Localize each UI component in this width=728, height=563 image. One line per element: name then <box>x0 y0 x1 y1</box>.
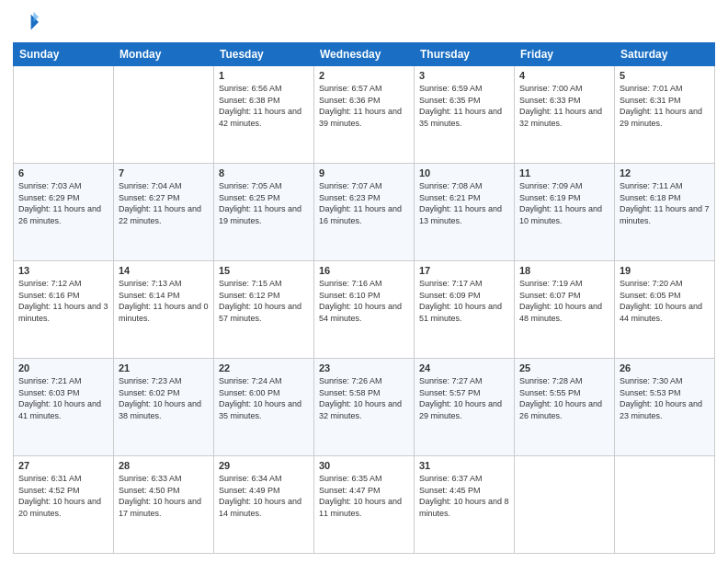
day-cell: 30Sunrise: 6:35 AMSunset: 4:47 PMDayligh… <box>314 456 415 554</box>
day-cell: 17Sunrise: 7:17 AMSunset: 6:09 PMDayligh… <box>415 261 515 359</box>
day-info: Sunrise: 7:24 AMSunset: 6:00 PMDaylight:… <box>219 375 309 421</box>
day-cell: 18Sunrise: 7:19 AMSunset: 6:07 PMDayligh… <box>515 261 615 359</box>
weekday-header-sunday: Sunday <box>14 43 114 66</box>
day-cell: 1Sunrise: 6:56 AMSunset: 6:38 PMDaylight… <box>214 66 314 164</box>
day-cell: 24Sunrise: 7:27 AMSunset: 5:57 PMDayligh… <box>415 359 515 456</box>
weekday-header-tuesday: Tuesday <box>214 43 314 66</box>
day-cell: 29Sunrise: 6:34 AMSunset: 4:49 PMDayligh… <box>214 456 314 554</box>
week-row-2: 6Sunrise: 7:03 AMSunset: 6:29 PMDaylight… <box>14 164 715 261</box>
day-number: 5 <box>620 70 710 81</box>
day-number: 22 <box>219 362 309 373</box>
day-cell: 10Sunrise: 7:08 AMSunset: 6:21 PMDayligh… <box>415 164 515 261</box>
day-cell: 25Sunrise: 7:28 AMSunset: 5:55 PMDayligh… <box>515 359 615 456</box>
day-info: Sunrise: 6:59 AMSunset: 6:35 PMDaylight:… <box>419 83 509 129</box>
day-number: 25 <box>519 362 609 373</box>
day-cell: 22Sunrise: 7:24 AMSunset: 6:00 PMDayligh… <box>214 359 314 456</box>
day-cell: 13Sunrise: 7:12 AMSunset: 6:16 PMDayligh… <box>14 261 114 359</box>
day-info: Sunrise: 6:31 AMSunset: 4:52 PMDaylight:… <box>18 473 108 519</box>
day-cell <box>615 456 715 554</box>
day-info: Sunrise: 7:23 AMSunset: 6:02 PMDaylight:… <box>119 375 209 421</box>
day-number: 28 <box>119 460 209 471</box>
weekday-header-thursday: Thursday <box>415 43 515 66</box>
day-number: 20 <box>18 362 108 373</box>
day-number: 9 <box>319 167 409 178</box>
day-cell: 23Sunrise: 7:26 AMSunset: 5:58 PMDayligh… <box>314 359 415 456</box>
week-row-4: 20Sunrise: 7:21 AMSunset: 6:03 PMDayligh… <box>14 359 715 456</box>
day-info: Sunrise: 6:56 AMSunset: 6:38 PMDaylight:… <box>219 83 309 129</box>
day-number: 1 <box>219 70 309 81</box>
day-cell: 4Sunrise: 7:00 AMSunset: 6:33 PMDaylight… <box>515 66 615 164</box>
day-info: Sunrise: 7:27 AMSunset: 5:57 PMDaylight:… <box>419 375 509 421</box>
day-cell: 2Sunrise: 6:57 AMSunset: 6:36 PMDaylight… <box>314 66 415 164</box>
day-number: 15 <box>219 265 309 276</box>
day-number: 16 <box>319 265 409 276</box>
day-number: 23 <box>319 362 409 373</box>
day-info: Sunrise: 6:33 AMSunset: 4:50 PMDaylight:… <box>119 473 209 519</box>
page: SundayMondayTuesdayWednesdayThursdayFrid… <box>0 0 728 563</box>
day-info: Sunrise: 7:05 AMSunset: 6:25 PMDaylight:… <box>219 180 309 226</box>
day-number: 18 <box>519 265 609 276</box>
day-info: Sunrise: 7:07 AMSunset: 6:23 PMDaylight:… <box>319 180 409 226</box>
day-number: 17 <box>419 265 509 276</box>
day-cell <box>14 66 114 164</box>
day-cell: 28Sunrise: 6:33 AMSunset: 4:50 PMDayligh… <box>114 456 214 554</box>
day-cell: 6Sunrise: 7:03 AMSunset: 6:29 PMDaylight… <box>14 164 114 261</box>
day-number: 6 <box>18 167 108 178</box>
day-number: 30 <box>319 460 409 471</box>
day-info: Sunrise: 7:15 AMSunset: 6:12 PMDaylight:… <box>219 278 309 324</box>
day-number: 10 <box>419 167 509 178</box>
day-info: Sunrise: 7:04 AMSunset: 6:27 PMDaylight:… <box>119 180 209 226</box>
header <box>13 9 715 35</box>
day-cell: 15Sunrise: 7:15 AMSunset: 6:12 PMDayligh… <box>214 261 314 359</box>
day-info: Sunrise: 7:12 AMSunset: 6:16 PMDaylight:… <box>18 278 108 324</box>
day-info: Sunrise: 7:26 AMSunset: 5:58 PMDaylight:… <box>319 375 409 421</box>
day-info: Sunrise: 7:08 AMSunset: 6:21 PMDaylight:… <box>419 180 509 226</box>
weekday-header-friday: Friday <box>515 43 615 66</box>
day-info: Sunrise: 6:37 AMSunset: 4:45 PMDaylight:… <box>419 473 509 519</box>
day-number: 3 <box>419 70 509 81</box>
day-number: 29 <box>219 460 309 471</box>
day-info: Sunrise: 7:11 AMSunset: 6:18 PMDaylight:… <box>620 180 710 226</box>
logo <box>13 9 42 35</box>
day-cell: 8Sunrise: 7:05 AMSunset: 6:25 PMDaylight… <box>214 164 314 261</box>
day-number: 8 <box>219 167 309 178</box>
day-cell: 7Sunrise: 7:04 AMSunset: 6:27 PMDaylight… <box>114 164 214 261</box>
day-info: Sunrise: 7:13 AMSunset: 6:14 PMDaylight:… <box>119 278 209 324</box>
day-cell: 19Sunrise: 7:20 AMSunset: 6:05 PMDayligh… <box>615 261 715 359</box>
day-info: Sunrise: 7:30 AMSunset: 5:53 PMDaylight:… <box>620 375 710 421</box>
day-number: 4 <box>519 70 609 81</box>
week-row-1: 1Sunrise: 6:56 AMSunset: 6:38 PMDaylight… <box>14 66 715 164</box>
day-info: Sunrise: 7:09 AMSunset: 6:19 PMDaylight:… <box>519 180 609 226</box>
day-info: Sunrise: 6:57 AMSunset: 6:36 PMDaylight:… <box>319 83 409 129</box>
day-number: 13 <box>18 265 108 276</box>
day-number: 2 <box>319 70 409 81</box>
day-number: 7 <box>119 167 209 178</box>
day-info: Sunrise: 7:17 AMSunset: 6:09 PMDaylight:… <box>419 278 509 324</box>
day-info: Sunrise: 7:20 AMSunset: 6:05 PMDaylight:… <box>620 278 710 324</box>
weekday-header-saturday: Saturday <box>615 43 715 66</box>
week-row-5: 27Sunrise: 6:31 AMSunset: 4:52 PMDayligh… <box>14 456 715 554</box>
weekday-header-monday: Monday <box>114 43 214 66</box>
weekday-header-wednesday: Wednesday <box>314 43 415 66</box>
day-cell: 26Sunrise: 7:30 AMSunset: 5:53 PMDayligh… <box>615 359 715 456</box>
day-info: Sunrise: 7:28 AMSunset: 5:55 PMDaylight:… <box>519 375 609 421</box>
day-cell <box>515 456 615 554</box>
day-cell: 21Sunrise: 7:23 AMSunset: 6:02 PMDayligh… <box>114 359 214 456</box>
day-number: 26 <box>620 362 710 373</box>
day-number: 31 <box>419 460 509 471</box>
day-cell: 27Sunrise: 6:31 AMSunset: 4:52 PMDayligh… <box>14 456 114 554</box>
day-number: 14 <box>119 265 209 276</box>
day-info: Sunrise: 6:35 AMSunset: 4:47 PMDaylight:… <box>319 473 409 519</box>
day-info: Sunrise: 7:16 AMSunset: 6:10 PMDaylight:… <box>319 278 409 324</box>
calendar: SundayMondayTuesdayWednesdayThursdayFrid… <box>13 42 715 554</box>
day-number: 12 <box>620 167 710 178</box>
day-info: Sunrise: 7:03 AMSunset: 6:29 PMDaylight:… <box>18 180 108 226</box>
day-number: 27 <box>18 460 108 471</box>
day-number: 21 <box>119 362 209 373</box>
day-cell: 20Sunrise: 7:21 AMSunset: 6:03 PMDayligh… <box>14 359 114 456</box>
day-cell: 9Sunrise: 7:07 AMSunset: 6:23 PMDaylight… <box>314 164 415 261</box>
day-number: 24 <box>419 362 509 373</box>
day-cell: 12Sunrise: 7:11 AMSunset: 6:18 PMDayligh… <box>615 164 715 261</box>
day-number: 11 <box>519 167 609 178</box>
day-cell: 3Sunrise: 6:59 AMSunset: 6:35 PMDaylight… <box>415 66 515 164</box>
